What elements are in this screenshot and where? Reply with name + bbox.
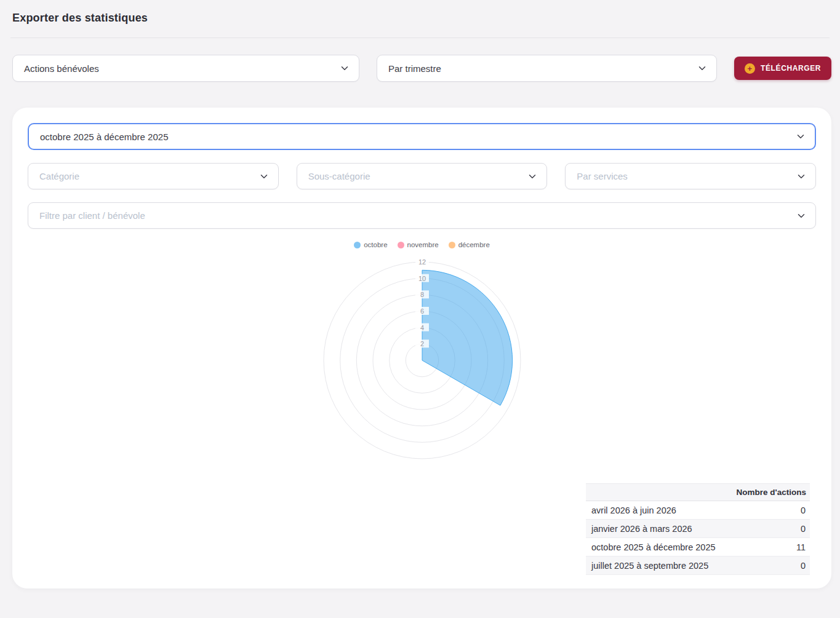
polar-sector-octobre[interactable]	[422, 270, 513, 405]
legend-item-novembre[interactable]: novembre	[398, 241, 439, 248]
period-range-select[interactable]: octobre 2025 à décembre 2025	[28, 123, 816, 150]
table-cell-count: 0	[736, 505, 810, 515]
stats-card: octobre 2025 à décembre 2025 Catégorie S…	[12, 108, 831, 588]
chevron-down-icon	[258, 171, 270, 182]
page-header: Exporter des statistiques	[0, 0, 840, 38]
chevron-down-icon	[697, 63, 708, 74]
polar-area-chart: 24681012	[293, 251, 551, 462]
header-divider	[10, 38, 830, 38]
radial-tick-label: 10	[418, 275, 425, 282]
dataset-select[interactable]: Actions bénévoles	[12, 55, 359, 82]
period-range-select-value: octobre 2025 à décembre 2025	[40, 132, 168, 142]
period-select-value: Par trimestre	[388, 63, 441, 74]
table-row: janvier 2026 à mars 20260	[586, 520, 810, 538]
table-row: octobre 2025 à décembre 202511	[586, 538, 810, 557]
stats-table: Nombre d'actions avril 2026 à juin 20260…	[586, 483, 810, 575]
services-select-placeholder: Par services	[577, 171, 628, 181]
toolbar: Actions bénévoles Par trimestre + TÉLÉCH…	[12, 55, 831, 82]
table-header-count: Nombre d'actions	[730, 488, 810, 497]
legend-label: novembre	[407, 241, 439, 248]
period-select[interactable]: Par trimestre	[377, 55, 717, 82]
download-button[interactable]: + TÉLÉCHARGER	[734, 57, 831, 80]
table-cell-period: janvier 2026 à mars 2026	[586, 524, 736, 534]
table-cell-period: avril 2026 à juin 2026	[586, 505, 736, 515]
category-select[interactable]: Catégorie	[28, 163, 279, 189]
services-select[interactable]: Par services	[565, 163, 816, 189]
legend-label: octobre	[364, 241, 387, 248]
radial-tick-label: 2	[420, 340, 423, 347]
filter-row: Catégorie Sous-catégorie Par services	[28, 163, 816, 189]
category-select-placeholder: Catégorie	[39, 171, 79, 181]
download-button-label: TÉLÉCHARGER	[761, 64, 821, 73]
legend-label: décembre	[458, 241, 490, 248]
page-title: Exporter des statistiques	[12, 12, 828, 25]
chevron-down-icon	[796, 171, 807, 182]
table-header-row: Nombre d'actions	[586, 483, 810, 501]
table-row: avril 2026 à juin 20260	[586, 501, 810, 520]
chevron-down-icon	[527, 171, 538, 182]
chart-area: octobrenovembredécembre 24681012	[28, 241, 816, 462]
table-cell-period: juillet 2025 à septembre 2025	[586, 561, 736, 571]
legend-dot	[398, 242, 404, 248]
radial-tick-label: 12	[418, 258, 425, 266]
chevron-down-icon	[339, 63, 350, 74]
table-body: avril 2026 à juin 20260janvier 2026 à ma…	[586, 501, 810, 575]
legend-dot	[354, 242, 361, 248]
radial-tick-label: 6	[420, 307, 423, 315]
chart-legend: octobrenovembredécembre	[28, 241, 816, 248]
legend-item-décembre[interactable]: décembre	[449, 241, 490, 248]
page: Exporter des statistiques Actions bénévo…	[0, 0, 840, 588]
chevron-down-icon	[796, 210, 807, 221]
dataset-select-value: Actions bénévoles	[24, 63, 99, 74]
radial-tick-label: 4	[420, 324, 423, 331]
client-filter-placeholder: Filtre par client / bénévole	[39, 210, 145, 221]
table-cell-count: 11	[736, 542, 810, 552]
plus-circle-icon: +	[745, 63, 755, 74]
table-cell-period: octobre 2025 à décembre 2025	[586, 542, 736, 552]
table-cell-count: 0	[736, 524, 810, 534]
legend-dot	[449, 242, 455, 248]
legend-item-octobre[interactable]: octobre	[354, 241, 387, 248]
table-row: juillet 2025 à septembre 20250	[586, 557, 810, 575]
subcategory-select-placeholder: Sous-catégorie	[308, 171, 370, 181]
client-filter-select[interactable]: Filtre par client / bénévole	[28, 202, 816, 229]
table-cell-count: 0	[736, 561, 810, 571]
subcategory-select[interactable]: Sous-catégorie	[297, 163, 548, 189]
chevron-down-icon	[795, 131, 806, 142]
radial-tick-label: 8	[420, 291, 423, 298]
